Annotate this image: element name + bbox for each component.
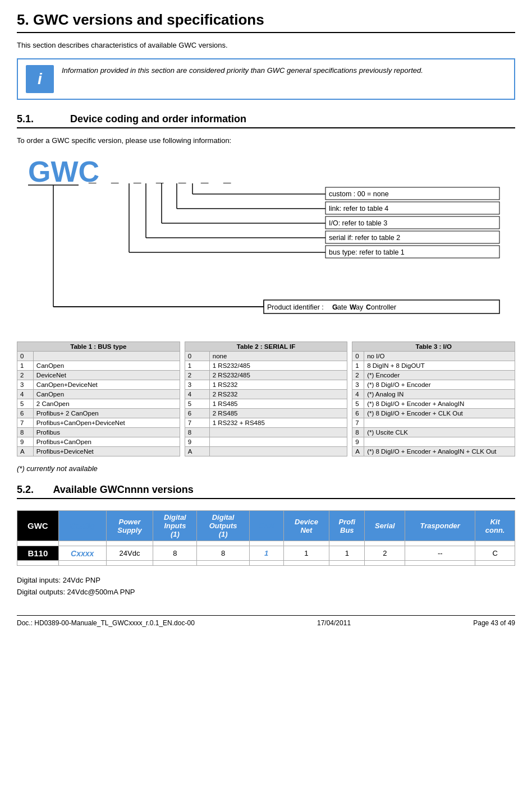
col-power: PowerSupply [106, 511, 153, 541]
gwc-diagram: GWC _ _ _ _ _ _ _ [22, 153, 515, 328]
page-title: 5. GWC versions and specifications [17, 11, 515, 33]
order-text: To order a GWC specific version, please … [17, 136, 515, 145]
not-available-note: (*) currently not available [17, 464, 515, 473]
col-kit-conn: Kitconn. [475, 511, 515, 541]
info-icon: i [26, 65, 54, 93]
row-trasponder: -- [405, 546, 475, 561]
row-dig-inputs: 8 [153, 546, 197, 561]
svg-text:serial if: refer to table 2: serial if: refer to table 2 [329, 234, 400, 242]
versions-empty-row-top [17, 541, 515, 546]
table1-title: Table 1 : BUS type [17, 342, 180, 352]
footer-doc: Doc.: HD0389-00-Manuale_TL_GWCxxxx_r.0.1… [17, 619, 195, 627]
versions-data-row: B110 Cxxxx 24Vdc 8 8 1 1 1 2 -- C [17, 546, 515, 561]
row-serial: 2 [365, 546, 405, 561]
info-box-text: Information provided in this section are… [62, 65, 423, 76]
row-kit-conn: C [475, 546, 515, 561]
svg-text:ontroller: ontroller [371, 303, 396, 311]
col-profi-bus: ProfiBus [329, 511, 365, 541]
svg-text:ay: ay [356, 303, 364, 311]
col-config: Config [58, 511, 106, 541]
footer-page: Page 43 of 49 [473, 619, 515, 627]
info-box: i Information provided in this section a… [17, 58, 515, 100]
row-config: Cxxxx [58, 546, 106, 561]
svg-text:link: refer to table 4: link: refer to table 4 [329, 205, 388, 213]
footer: Doc.: HD0389-00-Manuale_TL_GWCxxxx_r.0.1… [17, 615, 515, 627]
row-device-net: 1 [283, 546, 329, 561]
svg-text:ate: ate [337, 303, 347, 311]
digital-inputs-note: Digital inputs: 24Vdc PNP [17, 575, 515, 587]
section-52-label: Available GWCnnnn versions [53, 484, 193, 495]
col-trasponder: Trasponder [405, 511, 475, 541]
section-51-title: 5.1. Device coding and order information [17, 113, 515, 128]
table2-title: Table 2 : SERIAL IF [185, 342, 347, 352]
row-dig-outputs: 8 [197, 546, 249, 561]
svg-text:_ _ _ _ _ _ _: _ _ _ _ _ _ _ [88, 169, 236, 184]
section-51-label: Device coding and order information [70, 113, 246, 124]
section-52: 5.2. Available GWCnnnn versions GWC Conf… [17, 484, 515, 598]
svg-text:bus type: refer to table 1: bus type: refer to table 1 [329, 248, 405, 256]
digital-outputs-note: Digital outputs: 24Vdc@500mA PNP [17, 587, 515, 598]
section-52-title: 5.2. Available GWCnnnn versions [17, 484, 515, 499]
col-gwc: GWC [17, 511, 59, 541]
digital-notes: Digital inputs: 24Vdc PNP Digital output… [17, 575, 515, 598]
svg-text:C: C [366, 303, 371, 311]
col-digital-inputs: DigitalInputs(1) [153, 511, 197, 541]
row-can: 1 [249, 546, 283, 561]
coding-diagram-svg: GWC _ _ _ _ _ _ _ [22, 153, 516, 326]
intro-text: This section describes characteristics o… [17, 41, 515, 49]
bus-tables-row: Table 1 : BUS type 0 1CanOpen 2DeviceNet… [17, 342, 515, 456]
versions-table: GWC Config PowerSupply DigitalInputs(1) … [17, 510, 515, 566]
section-51: 5.1. Device coding and order information… [17, 113, 515, 473]
col-serial: Serial [365, 511, 405, 541]
col-device-net: DeviceNet [283, 511, 329, 541]
row-power: 24Vdc [106, 546, 153, 561]
svg-text:I/O: refer to table 3: I/O: refer to table 3 [329, 219, 387, 227]
col-digital-outputs: DigitalOutputs(1) [197, 511, 249, 541]
table1-bus-type: Table 1 : BUS type 0 1CanOpen 2DeviceNet… [17, 342, 180, 456]
row-gwc: B110 [17, 546, 59, 561]
table2-serial-if: Table 2 : SERIAL IF 0none 11 RS232/485 2… [185, 342, 348, 456]
versions-empty-row-bottom [17, 561, 515, 566]
svg-text:Product identifier :: Product identifier : [267, 303, 324, 311]
section-52-number: 5.2. [17, 484, 34, 495]
svg-text:custom : 00 = none: custom : 00 = none [329, 190, 389, 198]
row-profi-bus: 1 [329, 546, 365, 561]
table3-title: Table 3 : I/O [352, 342, 515, 352]
section-51-number: 5.1. [17, 113, 51, 125]
footer-date: 17/04/2011 [317, 619, 351, 627]
col-can: CAN [249, 511, 283, 541]
table3-io: Table 3 : I/O 0no I/O 18 DigIN + 8 DigOU… [352, 342, 515, 456]
